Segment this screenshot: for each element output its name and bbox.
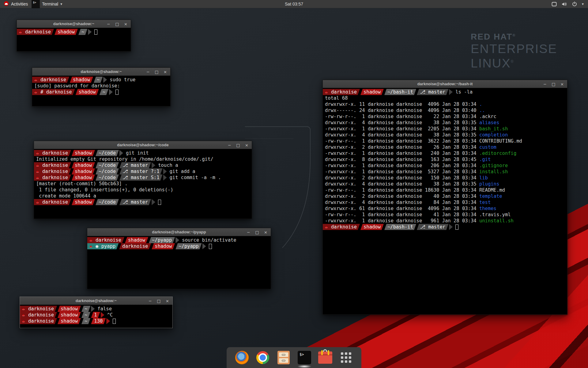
titlebar[interactable]: darknoise@shadow:~/code − □ × (34, 141, 252, 149)
command-text: ls -la (455, 89, 473, 95)
prompt-segment-user: darknoise (34, 174, 71, 181)
screen-layout-icon[interactable] (552, 2, 557, 6)
file-attributes: drwxrwxr-x. 11 darknoise darknoise 4096 … (325, 102, 479, 107)
maximize-button[interactable]: □ (551, 82, 556, 87)
minimize-button[interactable]: − (148, 298, 153, 304)
close-button[interactable]: × (263, 230, 268, 235)
prompt-arrow-cap (152, 199, 155, 205)
prompt-segment-text: ~ (103, 89, 105, 95)
file-name: bash_it.sh (479, 126, 508, 132)
terminal-cursor[interactable] (209, 244, 212, 249)
dock-item-app-grid[interactable] (339, 350, 353, 365)
titlebar[interactable]: darknoise@shadow:~/bash-it − □ × (323, 80, 567, 88)
prompt-segment-host: shadow (125, 237, 148, 243)
prompt-segment-git: ⎇ master S:1 (119, 174, 163, 181)
terminal-content[interactable]: darknoiseshadow~sudo true[sudo] password… (32, 76, 170, 106)
titlebar[interactable]: darknoise@shadow:~ − □ × (32, 68, 170, 76)
file-name: .travis.yml (479, 212, 511, 217)
terminal-output-line: Initialized empty Git repository in /hom… (34, 156, 252, 162)
dock: $> (227, 347, 361, 368)
prompt-segment-host: shadow (58, 318, 81, 324)
maximize-button[interactable]: □ (115, 21, 120, 27)
terminal-cursor[interactable] (113, 319, 116, 324)
dock-item-terminal[interactable]: $> (297, 350, 312, 365)
minimize-button[interactable]: − (246, 230, 251, 235)
file-list-row: drwxrwxr-x. 2 darknoise darknoise 40 Jan… (323, 193, 567, 199)
terminal-content[interactable]: darknoiseshadow~/bash-it⎇ masterls -lato… (323, 88, 567, 314)
activities-button[interactable]: Activities (0, 0, 32, 8)
terminal-prompt-line: darknoiseshadow~130 (20, 318, 172, 324)
dock-item-firefox[interactable] (235, 350, 249, 365)
minimize-button[interactable]: − (106, 21, 111, 27)
dock-item-files[interactable] (276, 350, 291, 365)
prompt-segment-text: darknoise (28, 312, 54, 318)
power-icon[interactable] (572, 2, 577, 6)
terminal-prompt-line: darknoiseshadow~false (20, 306, 172, 312)
prompt-segment-text: ⎇ master (420, 224, 445, 230)
file-name: CONTRIBUTING.md (479, 138, 522, 144)
clock[interactable]: Sat 03:57 (0, 2, 588, 6)
prompt-segment-text: shadow (155, 243, 172, 249)
terminal-output-line: [master (root-commit) 50bcb63] . (34, 181, 252, 187)
terminal-cursor[interactable] (158, 200, 161, 205)
titlebar[interactable]: darknoise@shadow:~/pyapp − □ × (87, 228, 271, 236)
prompt-segment-text: shadow (75, 174, 92, 181)
prompt-segment-user: darknoise (323, 224, 360, 230)
prompt-segment-text: darknoise (42, 168, 68, 174)
file-attributes: drwxrwxr-x. 2 darknoise darknoise 40 Jan… (325, 194, 479, 199)
file-list-row: drwxrwxr-x. 4 darknoise darknoise 38 Jan… (323, 132, 567, 138)
command-text: false (97, 306, 112, 312)
prompt-segment-exit: 130 (91, 318, 106, 324)
prompt-segment-user: darknoise (20, 318, 57, 324)
file-list-row: drwxrwxr-x. 61 darknoise darknoise 4096 … (323, 205, 567, 212)
dock-item-toolbox[interactable] (318, 350, 333, 365)
prompt-segment-user: darknoise (34, 162, 71, 168)
close-button[interactable]: × (123, 21, 128, 27)
close-button[interactable]: × (244, 143, 249, 148)
close-button[interactable]: × (165, 298, 170, 304)
prompt-arrow-cap (109, 89, 113, 95)
file-name: .editorconfig (479, 151, 516, 156)
prompt-segment-user: darknoise (32, 77, 69, 83)
maximize-button[interactable]: □ (154, 69, 159, 75)
window-title: darknoise@shadow:~ (81, 69, 122, 74)
maximize-button[interactable]: □ (254, 230, 260, 235)
terminal-cursor[interactable] (115, 90, 119, 95)
terminal-content[interactable]: darknoiseshadow~falsedarknoiseshadow~1^C… (20, 305, 172, 328)
prompt-segment-host: shadow (152, 243, 175, 249)
terminal-content[interactable]: darknoiseshadow~ (17, 28, 131, 51)
file-name: aliases (479, 120, 499, 125)
file-name: completion (479, 132, 508, 138)
minimize-button[interactable]: − (227, 143, 232, 148)
terminal-content[interactable]: darknoiseshadow~/codegit initInitialized… (34, 149, 252, 219)
terminal-content[interactable]: darknoiseshadow~/pyappsource bin/activat… (87, 236, 271, 289)
file-list-row: drwxrwxr-x. 2 darknoise darknoise 26 Jan… (323, 144, 567, 150)
redhat-prompt-icon (36, 170, 40, 174)
dock-item-chrome[interactable] (255, 350, 270, 365)
titlebar[interactable]: darknoise@shadow:~ − □ × (17, 20, 131, 28)
terminal-output-line: create mode 100644 a (34, 193, 252, 199)
maximize-button[interactable]: □ (236, 143, 241, 148)
titlebar[interactable]: darknoise@shadow:~ − □ × (20, 297, 172, 305)
minimize-button[interactable]: − (542, 82, 548, 87)
maximize-button[interactable]: □ (156, 298, 161, 304)
terminal-prompt-line: darknoiseshadow~ (17, 29, 131, 35)
close-button[interactable]: × (560, 82, 565, 87)
window-title: darknoise@shadow:~/pyapp (152, 230, 206, 234)
file-name: .git (479, 157, 491, 162)
window-title: darknoise@shadow:~/code (117, 143, 168, 147)
terminal-prompt-line: darknoiseshadow~sudo true (32, 77, 170, 83)
file-name: custom (479, 144, 496, 150)
minimize-button[interactable]: − (145, 69, 151, 75)
system-menu-caret-icon[interactable]: ▾ (582, 2, 584, 6)
terminal-prompt-line: darknoiseshadow~1^C (20, 312, 172, 318)
focused-app-menu[interactable]: $> Terminal ▾ (32, 0, 65, 8)
running-indicator (297, 365, 311, 368)
redhat-prompt-icon (36, 200, 40, 204)
terminal-cursor[interactable] (94, 29, 97, 35)
volume-icon[interactable] (562, 2, 567, 6)
terminal-cursor[interactable] (455, 224, 458, 230)
prompt-segment-path: ~/code (96, 168, 119, 174)
prompt-segment-path: ~/code (96, 174, 119, 181)
close-button[interactable]: × (163, 69, 168, 75)
